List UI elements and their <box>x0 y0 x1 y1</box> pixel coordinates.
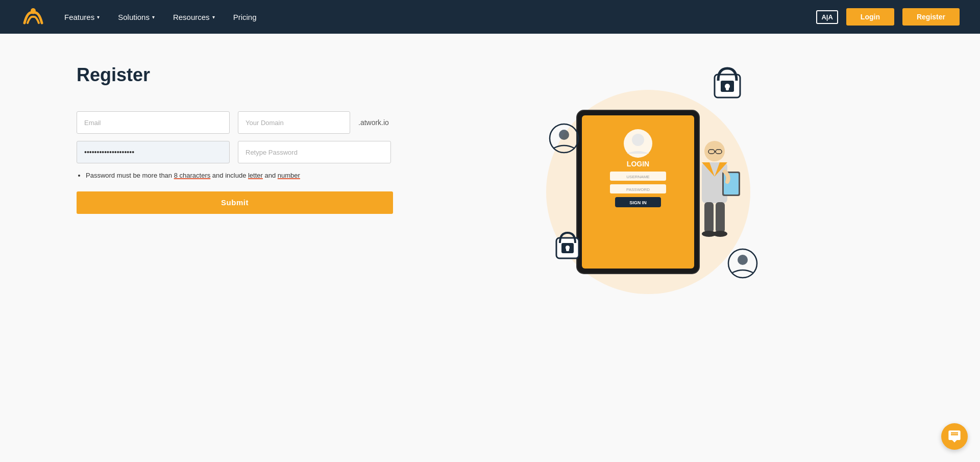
chevron-down-icon: ▾ <box>212 14 215 20</box>
retype-password-field[interactable] <box>238 141 391 163</box>
nav-item-solutions[interactable]: Solutions ▾ <box>118 13 155 21</box>
password-row <box>77 141 393 163</box>
svg-point-5 <box>632 134 644 146</box>
chevron-down-icon: ▾ <box>97 14 100 20</box>
navbar-right: A|A Login Register <box>816 8 960 26</box>
email-domain-row: .atwork.io <box>77 111 393 134</box>
svg-text:PASSWORD: PASSWORD <box>626 187 650 192</box>
hint-letter: letter <box>248 172 263 179</box>
svg-text:SIGN IN: SIGN IN <box>629 200 647 205</box>
illustration-section: LOGIN USERNAME PASSWORD SIGN IN <box>393 49 903 314</box>
chevron-down-icon: ▾ <box>152 14 155 20</box>
language-toggle[interactable]: A|A <box>816 10 838 24</box>
svg-rect-33 <box>566 248 569 251</box>
domain-suffix: .atwork.io <box>358 118 389 127</box>
hint-8chars: 8 characters <box>174 172 211 179</box>
svg-point-35 <box>559 130 569 140</box>
chat-button[interactable] <box>941 423 968 450</box>
logo[interactable] <box>20 6 46 28</box>
svg-point-37 <box>738 255 748 265</box>
nav-item-features[interactable]: Features ▾ <box>64 13 100 21</box>
svg-text:USERNAME: USERNAME <box>626 175 649 179</box>
page-title: Register <box>77 64 393 86</box>
register-form-section: Register .atwork.io Password must be mor… <box>77 64 393 214</box>
main-content: Register .atwork.io Password must be mor… <box>0 34 980 462</box>
svg-rect-22 <box>704 202 714 233</box>
navbar-left: Features ▾ Solutions ▾ Resources ▾ Prici… <box>20 6 256 28</box>
password-hint: Password must be more than 8 characters … <box>77 171 393 181</box>
nav-item-resources[interactable]: Resources ▾ <box>173 13 215 21</box>
svg-rect-29 <box>726 86 729 90</box>
navbar: Features ▾ Solutions ▾ Resources ▾ Prici… <box>0 0 980 34</box>
register-button[interactable]: Register <box>902 8 960 26</box>
svg-text:LOGIN: LOGIN <box>627 160 649 168</box>
nav-item-pricing[interactable]: Pricing <box>233 13 257 21</box>
svg-rect-23 <box>716 202 725 233</box>
domain-field[interactable] <box>238 111 350 134</box>
hint-number: number <box>278 172 300 179</box>
email-field[interactable] <box>77 111 230 134</box>
illustration: LOGIN USERNAME PASSWORD SIGN IN <box>526 49 771 314</box>
login-button[interactable]: Login <box>846 8 894 26</box>
password-field[interactable] <box>77 141 230 163</box>
svg-point-25 <box>713 231 727 237</box>
submit-button[interactable]: Submit <box>77 191 393 214</box>
svg-point-0 <box>31 8 36 13</box>
